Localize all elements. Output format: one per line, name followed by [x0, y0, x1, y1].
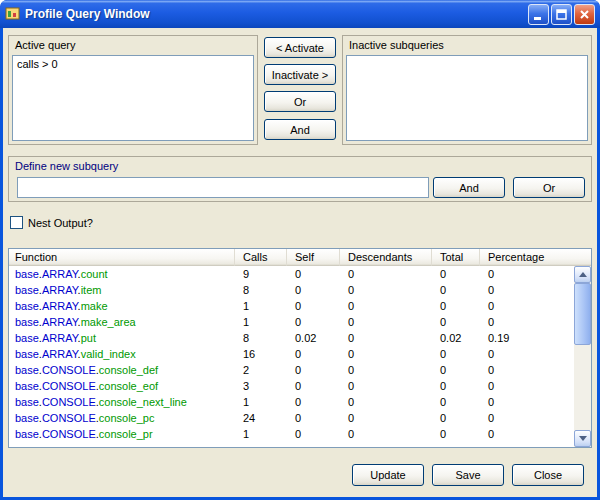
- total-cell: 0: [432, 346, 480, 362]
- close-dialog-button[interactable]: Close: [512, 464, 584, 486]
- and-button[interactable]: And: [264, 119, 336, 140]
- descendants-cell: 0: [340, 394, 432, 410]
- table-row[interactable]: base.ARRAY.item80000: [9, 282, 574, 298]
- or-button[interactable]: Or: [264, 91, 336, 112]
- percentage-cell: 0: [480, 266, 574, 282]
- inactivate-button[interactable]: Inactivate >: [264, 64, 336, 85]
- active-query-label: Active query: [9, 36, 257, 53]
- calls-cell: 1: [235, 426, 287, 442]
- scrollbar-thumb[interactable]: [574, 283, 591, 345]
- nest-output-row: Nest Output?: [10, 216, 93, 229]
- table-row[interactable]: base.CONSOLE.console_pr10000: [9, 426, 574, 442]
- descendants-cell: 0: [340, 378, 432, 394]
- scroll-down-button[interactable]: [574, 430, 591, 447]
- percentage-cell: 0: [480, 346, 574, 362]
- calls-cell: 1: [235, 314, 287, 330]
- column-header-function[interactable]: Function: [9, 249, 235, 266]
- close-button[interactable]: [574, 4, 595, 25]
- self-cell: 0: [287, 282, 340, 298]
- total-cell: 0: [432, 298, 480, 314]
- activate-button[interactable]: < Activate: [264, 37, 336, 58]
- arrow-up-icon: [579, 272, 587, 277]
- descendants-cell: 0: [340, 314, 432, 330]
- update-button[interactable]: Update: [352, 464, 424, 486]
- define-subquery-group: Define new subquery And Or: [8, 156, 592, 202]
- table-body: base.ARRAY.count90000base.ARRAY.item8000…: [9, 266, 574, 447]
- total-cell: 0: [432, 378, 480, 394]
- table-row[interactable]: base.CONSOLE.console_next_line10000: [9, 394, 574, 410]
- percentage-cell: 0: [480, 410, 574, 426]
- save-button[interactable]: Save: [432, 464, 504, 486]
- column-header-calls[interactable]: Calls: [235, 249, 287, 266]
- table-row[interactable]: base.CONSOLE.console_eof30000: [9, 378, 574, 394]
- percentage-cell: 0.19: [480, 330, 574, 346]
- calls-cell: 9: [235, 266, 287, 282]
- self-cell: 0: [287, 426, 340, 442]
- table-header: Function Calls Self Descendants Total Pe…: [9, 249, 591, 266]
- table-row[interactable]: base.ARRAY.make10000: [9, 298, 574, 314]
- minimize-button[interactable]: [528, 4, 549, 25]
- calls-cell: 8: [235, 330, 287, 346]
- vertical-scrollbar[interactable]: [574, 266, 591, 447]
- function-name: base.ARRAY.count: [9, 266, 235, 282]
- titlebar[interactable]: Profile Query Window: [0, 0, 600, 28]
- active-query-item[interactable]: calls > 0: [13, 56, 253, 72]
- calls-cell: 3: [235, 378, 287, 394]
- total-cell: 0.02: [432, 330, 480, 346]
- function-name: base.CONSOLE.console_def: [9, 362, 235, 378]
- descendants-cell: 0: [340, 298, 432, 314]
- function-name: base.ARRAY.put: [9, 330, 235, 346]
- table-row[interactable]: base.CONSOLE.console_def20000: [9, 362, 574, 378]
- percentage-cell: 0: [480, 426, 574, 442]
- self-cell: 0: [287, 378, 340, 394]
- maximize-button[interactable]: [551, 4, 572, 25]
- descendants-cell: 0: [340, 330, 432, 346]
- descendants-cell: 0: [340, 346, 432, 362]
- percentage-cell: 0: [480, 282, 574, 298]
- column-header-self[interactable]: Self: [287, 249, 340, 266]
- total-cell: 0: [432, 266, 480, 282]
- descendants-cell: 0: [340, 410, 432, 426]
- table-row[interactable]: base.ARRAY.valid_index160000: [9, 346, 574, 362]
- function-name: base.ARRAY.valid_index: [9, 346, 235, 362]
- percentage-cell: 0: [480, 378, 574, 394]
- descendants-cell: 0: [340, 282, 432, 298]
- total-cell: 0: [432, 410, 480, 426]
- arrow-down-icon: [579, 436, 587, 441]
- self-cell: 0.02: [287, 330, 340, 346]
- column-header-percentage[interactable]: Percentage: [480, 249, 591, 266]
- active-query-group: Active query calls > 0: [8, 35, 258, 145]
- nest-output-label: Nest Output?: [28, 217, 93, 229]
- app-icon[interactable]: [5, 6, 21, 22]
- function-name: base.CONSOLE.console_eof: [9, 378, 235, 394]
- inactive-subqueries-group: Inactive subqueries: [342, 35, 592, 145]
- minimize-icon: [532, 8, 545, 21]
- define-subquery-label: Define new subquery: [9, 157, 591, 174]
- subquery-input[interactable]: [17, 177, 429, 198]
- maximize-icon: [555, 8, 568, 21]
- window-title: Profile Query Window: [25, 7, 526, 21]
- nest-output-checkbox[interactable]: [10, 216, 23, 229]
- self-cell: 0: [287, 298, 340, 314]
- calls-cell: 16: [235, 346, 287, 362]
- inactive-subqueries-list[interactable]: [346, 55, 588, 141]
- profile-query-window: Profile Query Window Active query calls …: [0, 0, 600, 500]
- subquery-or-button[interactable]: Or: [513, 177, 585, 198]
- column-header-descendants[interactable]: Descendants: [340, 249, 432, 266]
- scroll-up-button[interactable]: [574, 266, 591, 283]
- total-cell: 0: [432, 426, 480, 442]
- table-row[interactable]: base.ARRAY.make_area10000: [9, 314, 574, 330]
- table-row[interactable]: base.ARRAY.count90000: [9, 266, 574, 282]
- descendants-cell: 0: [340, 266, 432, 282]
- calls-cell: 1: [235, 298, 287, 314]
- active-query-list[interactable]: calls > 0: [12, 55, 254, 141]
- self-cell: 0: [287, 394, 340, 410]
- table-row[interactable]: base.ARRAY.put80.0200.020.19: [9, 330, 574, 346]
- subquery-and-button[interactable]: And: [433, 177, 505, 198]
- total-cell: 0: [432, 282, 480, 298]
- function-name: base.ARRAY.item: [9, 282, 235, 298]
- calls-cell: 1: [235, 394, 287, 410]
- total-cell: 0: [432, 394, 480, 410]
- table-row[interactable]: base.CONSOLE.console_pc240000: [9, 410, 574, 426]
- column-header-total[interactable]: Total: [432, 249, 480, 266]
